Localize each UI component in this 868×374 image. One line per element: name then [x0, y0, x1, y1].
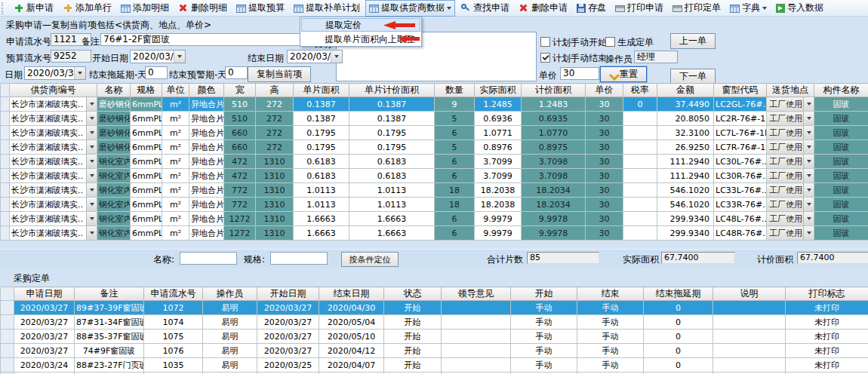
amount-cell[interactable]: 37.4490	[657, 97, 714, 112]
name-cell[interactable]: 钢化室内..	[97, 169, 131, 183]
status-cell[interactable]: 开始	[384, 330, 442, 344]
order-row[interactable]: 2020/03/2788#35-37F窗固玻1075易明2020/03/2720…	[1, 330, 868, 344]
order-row[interactable]: 2020/03/2774#9F窗固玻1076易明2020/03/272020/0…	[1, 344, 868, 358]
name-cell[interactable]: 钢化室内..	[97, 212, 131, 226]
col-header-request-date[interactable]: 申请日期	[14, 287, 75, 301]
price-area-cell[interactable]: 9.9978	[522, 212, 586, 226]
request-serial-cell[interactable]: 1074	[144, 315, 203, 330]
print-flag-cell[interactable]: 未打印	[786, 358, 868, 372]
name-cell[interactable]: 磨砂钢化..	[97, 140, 131, 155]
start-date-cell[interactable]: 2020/03/27	[257, 301, 319, 315]
leader-opinion-cell[interactable]	[442, 344, 511, 358]
unit-price-cell[interactable]: 30	[586, 183, 623, 198]
price-area-cell[interactable]: 18.2034	[522, 198, 586, 212]
col-header-print-flag[interactable]: 打印标志	[786, 287, 868, 301]
width-cell[interactable]: 660	[224, 126, 256, 140]
piece-area-cell[interactable]: 0.6183	[294, 169, 349, 183]
actual-area-cell[interactable]: 18.2038	[475, 183, 522, 198]
color-cell[interactable]: 异地合片	[189, 169, 224, 183]
table-row[interactable]: 长沙市潇湘玻璃实..钢化室内..6mmPLE...m²异地合片77213101.…	[1, 183, 868, 198]
price-area-cell[interactable]: 9.9978	[522, 226, 586, 241]
tax-cell[interactable]	[623, 169, 657, 183]
col-header-unit[interactable]: 单位	[162, 84, 189, 97]
unit-price-cell[interactable]: 30	[586, 155, 623, 169]
spec-cell[interactable]: 6mmPLE...	[131, 112, 162, 126]
tax-cell[interactable]	[623, 183, 657, 198]
start-date-cell[interactable]: 2020/03/27	[257, 330, 319, 344]
name-cell[interactable]: 磨砂钢化..	[97, 112, 131, 126]
col-header-qty[interactable]: 数量	[435, 84, 475, 97]
table-row[interactable]: 长沙市潇湘玻璃实..钢化室内..6mmPLE...m²异地合片47213100.…	[1, 169, 868, 183]
supplier-cell[interactable]: 长沙市潇湘玻璃实..	[10, 169, 97, 183]
color-cell[interactable]: 异地合片	[189, 226, 224, 241]
print-flag-cell[interactable]: 未打印	[786, 330, 868, 344]
request-serial-cell[interactable]: 1075	[144, 330, 203, 344]
operator-cell[interactable]: 易明	[203, 315, 257, 330]
delivery-cell[interactable]: 工厂使用	[767, 126, 814, 140]
end-delay-cell[interactable]: 0	[644, 358, 713, 372]
col-header-end-date[interactable]: 结束日期	[319, 287, 384, 301]
unit-cell[interactable]: m²	[162, 126, 189, 140]
color-cell[interactable]: 异地合片	[189, 97, 224, 112]
note-cell[interactable]	[713, 358, 786, 372]
start-date-select[interactable]: 2020/03/21	[130, 50, 186, 63]
color-cell[interactable]: 异地合片	[189, 212, 224, 226]
operator-input[interactable]: 经理	[634, 51, 678, 63]
tax-cell[interactable]	[623, 112, 657, 126]
note-cell[interactable]	[713, 315, 786, 330]
toolbar-button-dictionary[interactable]: 字典	[726, 0, 771, 17]
unit-cell[interactable]: m²	[162, 169, 189, 183]
unit-price-cell[interactable]: 30	[586, 126, 623, 140]
piece-area-cell[interactable]: 0.6183	[294, 155, 349, 169]
component-cell[interactable]: 固玻	[814, 112, 868, 126]
table-row[interactable]: 长沙市潇湘玻璃实..钢化室内..6mmPLE...m²异地合片77213101.…	[1, 198, 868, 212]
col-header-leader-opinion[interactable]: 领导意见	[442, 287, 511, 301]
end-cell[interactable]: 手动	[577, 344, 644, 358]
piece-area-cell[interactable]: 1.6663	[294, 212, 349, 226]
piece-area-cell[interactable]: 0.1387	[294, 97, 349, 112]
next-order-button[interactable]: 下一单	[670, 69, 716, 84]
end-cell[interactable]: 手动	[577, 301, 644, 315]
request-date-cell[interactable]: 2020/03/27	[14, 315, 75, 330]
spec-cell[interactable]: 6mmPLE...	[131, 198, 162, 212]
qty-cell[interactable]: 5	[435, 112, 475, 126]
spec-cell[interactable]: 6mmPLE...	[131, 212, 162, 226]
col-header-piece-price-area[interactable]: 单片计价面积	[349, 84, 435, 97]
delivery-cell[interactable]: 工厂使用	[767, 155, 814, 169]
window-code-cell[interactable]: LC30R-76#...	[714, 169, 767, 183]
tax-cell[interactable]	[623, 226, 657, 241]
color-cell[interactable]: 异地合片	[189, 140, 224, 155]
unit-price-input[interactable]: 30	[560, 67, 599, 80]
col-header-end-delay[interactable]: 结束拖延期	[644, 287, 713, 301]
unit-price-cell[interactable]: 30	[586, 198, 623, 212]
col-header-remark[interactable]: 备注	[75, 287, 144, 301]
date-select[interactable]: 2020/03/31	[24, 66, 86, 80]
piece-area-cell[interactable]: 0.1387	[294, 112, 349, 126]
col-header-color[interactable]: 颜色	[189, 84, 224, 97]
tax-cell[interactable]	[623, 212, 657, 226]
color-cell[interactable]: 异地合片	[189, 198, 224, 212]
supplier-cell[interactable]: 长沙市潇湘玻璃实..	[10, 155, 97, 169]
amount-cell[interactable]: 111.2940	[657, 155, 714, 169]
spec-cell[interactable]: 6mmPLE...	[131, 169, 162, 183]
tax-cell[interactable]	[623, 198, 657, 212]
piece-price-area-cell[interactable]: 0.1387	[349, 112, 435, 126]
start-cell[interactable]: 手动	[511, 344, 577, 358]
operator-cell[interactable]: 易明	[203, 330, 257, 344]
col-header-price-area[interactable]: 计价面积	[522, 84, 586, 97]
spec-cell[interactable]: 6mmPLE...	[131, 226, 162, 241]
piece-area-cell[interactable]: 1.0113	[294, 198, 349, 212]
spec-cell[interactable]: 6mmPLE...	[131, 126, 162, 140]
piece-price-area-cell[interactable]: 0.1795	[349, 126, 435, 140]
col-header-component[interactable]: 构件名称	[814, 84, 868, 97]
spec-cell[interactable]: 6mmPLE...	[131, 140, 162, 155]
unit-cell[interactable]: m²	[162, 97, 189, 112]
start-date-cell[interactable]: 2020/03/27	[257, 315, 319, 330]
window-code-cell[interactable]: LC48R-76#...	[714, 226, 767, 241]
end-date-cell[interactable]: 2020/04/30	[319, 301, 384, 315]
piece-price-area-cell[interactable]: 1.0113	[349, 183, 435, 198]
amount-cell[interactable]: 546.1020	[657, 198, 714, 212]
delivery-cell[interactable]: 工厂使用	[767, 226, 814, 241]
window-code-cell[interactable]: LC2GL-76#...	[714, 97, 767, 112]
unit-cell[interactable]: m²	[162, 112, 189, 126]
